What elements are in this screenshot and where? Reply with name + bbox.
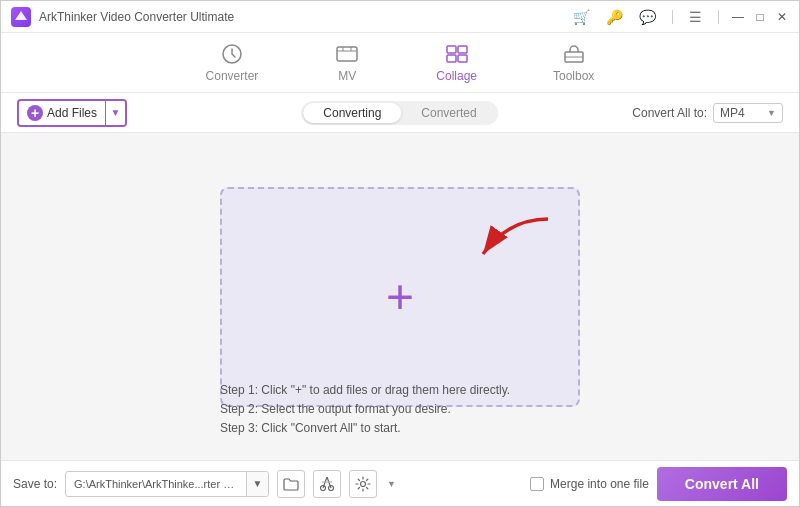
tab-switch: Converting Converted bbox=[301, 101, 498, 125]
svg-rect-5 bbox=[447, 55, 456, 62]
cart-icon[interactable]: 🛒 bbox=[569, 7, 594, 27]
convert-all-to: Convert All to: MP4 ▼ bbox=[632, 103, 783, 123]
save-path-text: G:\ArkThinker\ArkThinke...rter Ultimate\… bbox=[66, 478, 246, 490]
mv-label: MV bbox=[338, 69, 356, 83]
tab-toolbox[interactable]: Toolbox bbox=[545, 39, 602, 87]
add-files-dropdown-icon[interactable]: ▼ bbox=[105, 101, 125, 125]
format-value: MP4 bbox=[720, 106, 745, 120]
save-path-dropdown-icon[interactable]: ▼ bbox=[246, 472, 268, 496]
add-plus-icon: + bbox=[27, 105, 43, 121]
merge-label: Merge into one file bbox=[550, 477, 649, 491]
merge-checkbox-box[interactable] bbox=[530, 477, 544, 491]
format-dropdown-icon: ▼ bbox=[767, 108, 776, 118]
settings-icon-button[interactable] bbox=[349, 470, 377, 498]
convert-all-button[interactable]: Convert All bbox=[657, 467, 787, 501]
titlebar: ArkThinker Video Converter Ultimate 🛒 🔑 … bbox=[1, 1, 799, 33]
add-files-main: + Add Files bbox=[19, 105, 105, 121]
app-window: ArkThinker Video Converter Ultimate 🛒 🔑 … bbox=[0, 0, 800, 507]
save-to-label: Save to: bbox=[13, 477, 57, 491]
maximize-button[interactable]: □ bbox=[753, 10, 767, 24]
mv-icon bbox=[334, 43, 360, 65]
drop-plus-icon: + bbox=[386, 273, 414, 321]
key-icon[interactable]: 🔑 bbox=[602, 7, 627, 27]
convert-all-label: Convert All bbox=[685, 476, 759, 492]
svg-rect-3 bbox=[447, 46, 456, 53]
divider2 bbox=[718, 10, 719, 24]
converting-tab[interactable]: Converting bbox=[303, 103, 401, 123]
tab-converter[interactable]: Converter bbox=[198, 39, 267, 87]
toolbox-icon bbox=[561, 43, 587, 65]
tab-collage[interactable]: Collage bbox=[428, 39, 485, 87]
save-path-selector[interactable]: G:\ArkThinker\ArkThinke...rter Ultimate\… bbox=[65, 471, 269, 497]
chat-icon[interactable]: 💬 bbox=[635, 7, 660, 27]
format-select[interactable]: MP4 ▼ bbox=[713, 103, 783, 123]
app-logo bbox=[11, 7, 31, 27]
instructions: Step 1: Click "+" to add files or drag t… bbox=[220, 383, 580, 440]
close-button[interactable]: ✕ bbox=[775, 10, 789, 24]
cut-icon-button[interactable] bbox=[313, 470, 341, 498]
svg-marker-0 bbox=[15, 11, 27, 20]
divider bbox=[672, 10, 673, 24]
svg-rect-2 bbox=[337, 47, 357, 61]
toolbar: + Add Files ▼ Converting Converted Conve… bbox=[1, 93, 799, 133]
collage-icon bbox=[444, 43, 470, 65]
app-title: ArkThinker Video Converter Ultimate bbox=[39, 10, 569, 24]
add-files-label: Add Files bbox=[47, 106, 97, 120]
converter-label: Converter bbox=[206, 69, 259, 83]
drop-zone[interactable]: + bbox=[220, 187, 580, 407]
titlebar-controls: 🛒 🔑 💬 ☰ — □ ✕ bbox=[569, 7, 789, 27]
collage-label: Collage bbox=[436, 69, 477, 83]
tab-mv[interactable]: MV bbox=[326, 39, 368, 87]
folder-icon-button[interactable] bbox=[277, 470, 305, 498]
main-content: + Step 1: Click "+" to add files or drag… bbox=[1, 133, 799, 460]
red-arrow bbox=[428, 209, 558, 289]
instruction-3: Step 3: Click "Convert All" to start. bbox=[220, 421, 580, 435]
svg-rect-6 bbox=[458, 55, 467, 62]
toolbox-label: Toolbox bbox=[553, 69, 594, 83]
converter-icon bbox=[219, 43, 245, 65]
instruction-2: Step 2: Select the output format you des… bbox=[220, 402, 580, 416]
convert-all-to-label: Convert All to: bbox=[632, 106, 707, 120]
svg-rect-4 bbox=[458, 46, 467, 53]
menu-icon[interactable]: ☰ bbox=[685, 7, 706, 27]
merge-checkbox[interactable]: Merge into one file bbox=[530, 477, 649, 491]
toolbar-inner: + Add Files ▼ Converting Converted Conve… bbox=[17, 93, 783, 133]
add-files-button[interactable]: + Add Files ▼ bbox=[17, 99, 127, 127]
instruction-1: Step 1: Click "+" to add files or drag t… bbox=[220, 383, 580, 397]
nav-tabs: Converter MV Col bbox=[1, 33, 799, 93]
svg-point-15 bbox=[361, 481, 366, 486]
bottom-bar: Save to: G:\ArkThinker\ArkThinke...rter … bbox=[1, 460, 799, 506]
minimize-button[interactable]: — bbox=[731, 10, 745, 24]
settings-dropdown-icon: ▼ bbox=[387, 479, 396, 489]
converted-tab[interactable]: Converted bbox=[401, 103, 496, 123]
